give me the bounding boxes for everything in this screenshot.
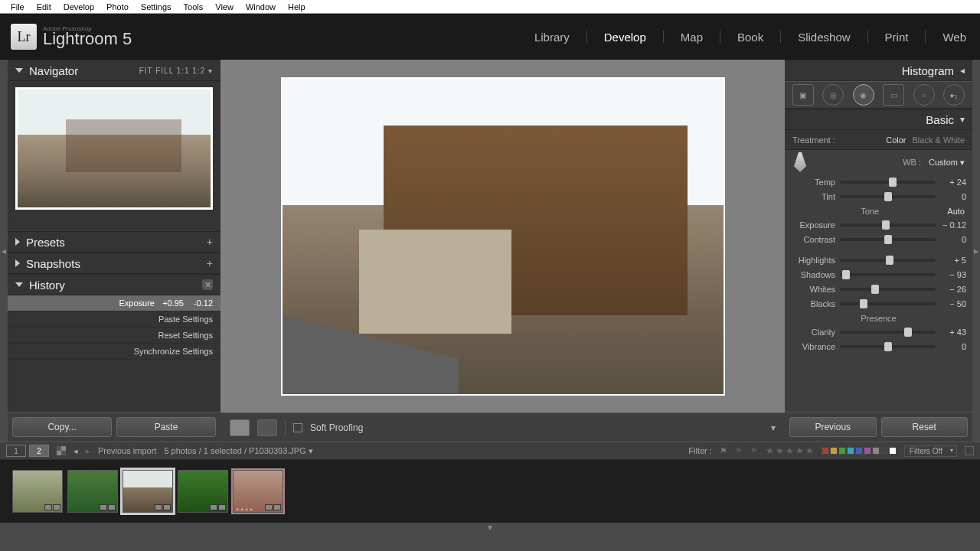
soft-proofing-checkbox[interactable] xyxy=(293,423,302,432)
menu-window[interactable]: Window xyxy=(240,2,282,11)
shadows-slider[interactable]: Shadows− 93 xyxy=(785,267,972,282)
color-swatch[interactable] xyxy=(889,447,897,455)
module-slideshow[interactable]: Slideshow xyxy=(798,31,850,44)
snapshots-header[interactable]: Snapshots + xyxy=(8,253,220,274)
thumb-1[interactable] xyxy=(12,470,63,513)
presets-header[interactable]: Presets + xyxy=(8,231,220,253)
menu-settings[interactable]: Settings xyxy=(135,2,178,11)
source-label[interactable]: Previous import xyxy=(98,446,156,455)
basic-title: Basic xyxy=(792,113,954,126)
module-map[interactable]: Map xyxy=(681,31,703,44)
color-swatch[interactable] xyxy=(838,447,846,455)
contrast-slider[interactable]: Contrast0 xyxy=(785,232,972,246)
selection-count[interactable]: 5 photos / 1 selected / P1030393.JPG ▾ xyxy=(164,446,312,456)
adjust-brush-icon[interactable]: ●╮ xyxy=(943,84,965,106)
history-item[interactable]: Synchronize Settings xyxy=(8,344,220,360)
flag-filter-icon[interactable]: ⚑ xyxy=(720,446,727,456)
navigator-zoom-options[interactable]: FIT FILL 1:1 1:2 ▾ xyxy=(139,67,213,75)
exposure-slider[interactable]: Exposure− 0.12 xyxy=(785,217,972,232)
history-item[interactable]: Reset Settings xyxy=(8,328,220,344)
right-edge-handle[interactable]: ▸ xyxy=(972,60,980,442)
add-snapshot-icon[interactable]: + xyxy=(207,257,213,269)
blacks-slider[interactable]: Blacks− 50 xyxy=(785,296,972,311)
monitor-2[interactable]: 2 xyxy=(29,445,49,457)
paste-button[interactable]: Paste xyxy=(116,417,216,437)
flag-filter-icon[interactable]: ⚑ xyxy=(735,446,743,456)
thumb-3[interactable] xyxy=(122,470,173,513)
module-print[interactable]: Print xyxy=(885,31,909,44)
bottom-edge-handle[interactable]: ▾ xyxy=(0,523,980,532)
histogram-header[interactable]: Histogram ◂ xyxy=(785,60,972,81)
filter-lock-icon[interactable] xyxy=(965,446,974,455)
treatment-bw[interactable]: Black & White xyxy=(913,135,965,145)
color-swatch[interactable] xyxy=(847,447,854,455)
color-swatch[interactable] xyxy=(880,447,888,455)
radial-filter-icon[interactable]: ○ xyxy=(913,84,935,106)
thumb-5[interactable] xyxy=(233,470,283,513)
menu-help[interactable]: Help xyxy=(282,2,312,11)
snapshots-title: Snapshots xyxy=(26,257,207,270)
highlights-slider[interactable]: Highlights+ 5 xyxy=(785,253,972,267)
compare-view-button[interactable] xyxy=(257,419,277,436)
filters-dropdown[interactable]: Filters Off xyxy=(904,445,957,457)
toolbar-options-icon[interactable]: ▾ xyxy=(771,422,776,433)
monitor-pager: 1 2 xyxy=(6,445,49,457)
add-preset-icon[interactable]: + xyxy=(207,236,213,248)
thumb-4[interactable] xyxy=(178,470,228,513)
left-panel: Navigator FIT FILL 1:1 1:2 ▾ Presets + S… xyxy=(8,60,220,442)
eyedropper-icon[interactable] xyxy=(792,152,808,172)
nav-fwd-icon[interactable]: ▸ xyxy=(86,446,90,456)
flag-filter-icon[interactable]: ⚑ xyxy=(750,446,758,456)
navigator-title: Navigator xyxy=(29,64,139,77)
loupe-view-button[interactable] xyxy=(230,419,250,436)
grid-icon[interactable] xyxy=(57,446,66,455)
clear-history-icon[interactable]: ✕ xyxy=(202,279,213,290)
left-edge-handle[interactable]: ◂ xyxy=(0,60,8,442)
filmstrip xyxy=(0,460,980,523)
module-web[interactable]: Web xyxy=(942,31,966,44)
color-swatch[interactable] xyxy=(864,447,871,455)
wb-dropdown[interactable]: Custom ▾ xyxy=(929,158,965,168)
temp-slider[interactable]: Temp+ 24 xyxy=(785,174,972,189)
module-book[interactable]: Book xyxy=(737,31,763,44)
whites-slider[interactable]: Whites− 26 xyxy=(785,282,972,296)
menu-edit[interactable]: Edit xyxy=(31,2,57,11)
menu-photo[interactable]: Photo xyxy=(100,2,135,11)
tint-slider[interactable]: Tint0 xyxy=(785,189,972,204)
crop-tool-icon[interactable]: ▣ xyxy=(792,84,814,106)
color-swatch[interactable] xyxy=(855,447,863,455)
spot-tool-icon[interactable]: ◎ xyxy=(822,84,844,106)
redeye-tool-icon[interactable]: ◉ xyxy=(853,84,874,106)
color-swatch[interactable] xyxy=(830,447,838,455)
menu-tools[interactable]: Tools xyxy=(178,2,210,11)
module-library[interactable]: Library xyxy=(534,31,570,44)
color-swatch[interactable] xyxy=(872,447,880,455)
module-develop[interactable]: Develop xyxy=(604,31,646,44)
menu-develop[interactable]: Develop xyxy=(57,2,100,11)
chevron-down-icon xyxy=(15,282,23,287)
monitor-1[interactable]: 1 xyxy=(6,445,26,457)
treatment-color[interactable]: Color xyxy=(886,135,906,145)
navigator-thumbnail[interactable] xyxy=(15,87,213,210)
auto-tone-button[interactable]: Auto xyxy=(947,207,965,216)
history-list: Exposure +0.95 -0.12 Paste Settings Rese… xyxy=(8,295,220,360)
history-header[interactable]: History ✕ xyxy=(8,274,220,295)
history-item[interactable]: Exposure +0.95 -0.12 xyxy=(8,295,220,311)
thumb-2[interactable] xyxy=(67,470,118,513)
menu-view[interactable]: View xyxy=(209,2,240,11)
rating-filter[interactable]: ★★★★★ xyxy=(766,445,814,456)
nav-back-icon[interactable]: ◂ xyxy=(74,446,78,456)
history-item[interactable]: Paste Settings xyxy=(8,311,220,328)
menu-file[interactable]: File xyxy=(5,2,31,11)
color-swatch[interactable] xyxy=(822,447,829,455)
color-label-filter[interactable] xyxy=(822,447,897,455)
clarity-slider[interactable]: Clarity+ 43 xyxy=(785,324,972,339)
previous-button[interactable]: Previous xyxy=(789,417,877,437)
copy-button[interactable]: Copy... xyxy=(12,417,112,437)
grad-filter-icon[interactable]: ▭ xyxy=(883,84,904,106)
reset-button[interactable]: Reset xyxy=(881,417,969,437)
navigator-header[interactable]: Navigator FIT FILL 1:1 1:2 ▾ xyxy=(8,60,220,81)
vibrance-slider[interactable]: Vibrance0 xyxy=(785,339,972,354)
basic-header[interactable]: Basic ▾ xyxy=(785,109,972,130)
preview-photo[interactable] xyxy=(281,77,725,396)
